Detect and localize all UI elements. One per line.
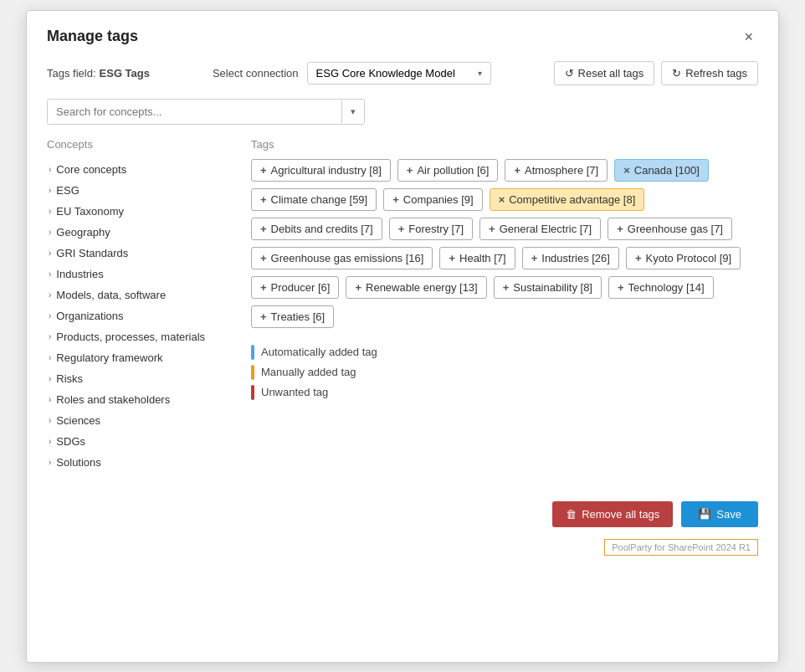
legend-unwanted-label: Unwanted tag — [261, 386, 328, 398]
concept-item-regulatory[interactable]: › Regulatory framework — [47, 347, 231, 368]
plus-icon: + — [617, 223, 623, 235]
search-row: ▾ — [47, 99, 758, 125]
concept-label: Industries — [56, 268, 103, 280]
concept-item-models[interactable]: › Models, data, software — [47, 285, 231, 305]
tag-label: Health [7] — [459, 252, 506, 264]
tags-panel: Tags + Agricultural industry [8] + Air p… — [251, 138, 758, 473]
chevron-right-icon: › — [49, 165, 51, 174]
concept-label: Sciences — [56, 414, 100, 427]
plus-icon: + — [514, 164, 520, 177]
tag-label: Forestry [7] — [408, 223, 464, 235]
legend-bar-blue — [251, 345, 254, 360]
remove-all-tags-label: Remove all tags — [582, 508, 659, 521]
plus-icon: + — [407, 164, 413, 177]
tag-producer[interactable]: + Producer [6] — [251, 276, 339, 299]
tag-label: General Electric [7] — [500, 223, 592, 235]
concept-label: Solutions — [56, 456, 100, 469]
chevron-right-icon: › — [49, 311, 51, 321]
concept-item-organizations[interactable]: › Organizations — [47, 305, 231, 326]
plus-icon: + — [503, 281, 510, 294]
chevron-right-icon: › — [49, 395, 51, 404]
plus-icon: + — [260, 164, 267, 177]
tag-general-electric[interactable]: + General Electric [7] — [479, 218, 601, 240]
remove-all-tags-button[interactable]: 🗑 Remove all tags — [552, 501, 673, 527]
concept-item-core-concepts[interactable]: › Core concepts — [47, 159, 231, 180]
tag-renewable-energy[interactable]: + Renewable energy [13] — [346, 276, 486, 299]
tag-climate-change[interactable]: + Climate change [59] — [251, 188, 377, 211]
concept-item-eu-taxonomy[interactable]: › EU Taxonomy — [47, 201, 231, 222]
save-button[interactable]: 💾 Save — [681, 501, 758, 527]
concept-item-risks[interactable]: › Risks — [47, 368, 231, 389]
concept-label: Organizations — [56, 310, 123, 322]
search-chevron[interactable]: ▾ — [341, 100, 364, 123]
concept-item-roles[interactable]: › Roles and stakeholders — [47, 389, 231, 410]
reset-icon: ↺ — [565, 67, 574, 80]
legend-auto: Automatically added tag — [251, 345, 758, 360]
trash-icon: 🗑 — [566, 508, 577, 521]
connection-chevron: ▾ — [478, 69, 482, 78]
chevron-right-icon: › — [49, 249, 51, 258]
tags-grid: + Agricultural industry [8] + Air pollut… — [251, 159, 758, 328]
tag-label: Agricultural industry [8] — [271, 164, 382, 177]
top-bar: Tags field:ESG Tags Select connection ES… — [47, 61, 758, 85]
tag-greenhouse-gas-emissions[interactable]: + Greenhouse gas emissions [16] — [251, 247, 433, 269]
tag-treaties[interactable]: + Treaties [6] — [251, 305, 334, 328]
tag-label: Producer [6] — [271, 281, 331, 294]
tag-air-pollution[interactable]: + Air pollution [6] — [397, 159, 499, 182]
manage-tags-modal: Manage tags × Tags field:ESG Tags Select… — [26, 10, 779, 663]
x-icon: × — [499, 193, 505, 206]
close-button[interactable]: × — [739, 28, 758, 46]
concept-label: SDGs — [56, 435, 85, 448]
legend-bar-red — [251, 385, 254, 400]
plus-icon: + — [449, 252, 455, 264]
concepts-panel: Concepts › Core concepts › ESG › EU Taxo… — [47, 138, 231, 473]
concept-label: Roles and stakeholders — [56, 393, 170, 406]
concept-item-geography[interactable]: › Geography — [47, 222, 231, 243]
tag-health[interactable]: + Health [7] — [439, 247, 515, 269]
tag-technology[interactable]: + Technology [14] — [608, 276, 714, 299]
chevron-right-icon: › — [49, 374, 51, 383]
connection-label: Select connection — [213, 67, 299, 80]
branding-label: PoolParty for SharePoint 2024 R1 — [604, 539, 758, 556]
plus-icon: + — [260, 223, 267, 235]
footer-buttons: 🗑 Remove all tags 💾 Save — [47, 493, 758, 527]
refresh-tags-button[interactable]: ↻ Refresh tags — [661, 61, 758, 85]
tag-canada[interactable]: × Canada [100] — [614, 159, 709, 182]
tag-atmosphere[interactable]: + Atmosphere [7] — [505, 159, 608, 182]
concepts-list: › Core concepts › ESG › EU Taxonomy › Ge… — [47, 159, 231, 473]
concept-item-sdgs[interactable]: › SDGs — [47, 431, 231, 452]
tag-competitive-advantage[interactable]: × Competitive advantage [8] — [490, 188, 645, 211]
concept-item-products[interactable]: › Products, processes, materials — [47, 326, 231, 347]
tag-sustainability[interactable]: + Sustainability [8] — [494, 276, 602, 299]
tags-field-label: Tags field:ESG Tags — [47, 67, 150, 80]
tag-greenhouse-gas[interactable]: + Greenhouse gas [7] — [608, 218, 732, 240]
reset-all-tags-button[interactable]: ↺ Reset all tags — [554, 61, 655, 85]
tag-kyoto-protocol[interactable]: + Kyoto Protocol [9] — [626, 247, 741, 269]
action-buttons: ↺ Reset all tags ↻ Refresh tags — [554, 61, 758, 85]
tag-forestry[interactable]: + Forestry [7] — [389, 218, 473, 240]
x-icon: × — [623, 164, 630, 177]
concept-item-esg[interactable]: › ESG — [47, 180, 231, 201]
tag-label: Greenhouse gas [7] — [628, 223, 723, 235]
tag-agricultural-industry[interactable]: + Agricultural industry [8] — [251, 159, 391, 182]
connection-select[interactable]: ESG Core Knowledge Model ▾ — [307, 62, 491, 85]
main-content: Concepts › Core concepts › ESG › EU Taxo… — [47, 138, 758, 473]
save-label: Save — [716, 508, 741, 521]
legend-manual: Manually added tag — [251, 365, 758, 380]
chevron-right-icon: › — [49, 290, 51, 300]
chevron-right-icon: › — [49, 437, 51, 446]
tag-label: Kyoto Protocol [9] — [646, 252, 732, 264]
concept-item-solutions[interactable]: › Solutions — [47, 452, 231, 473]
tag-debits-credits[interactable]: + Debits and credits [7] — [251, 218, 382, 240]
concept-label: GRI Standards — [56, 247, 128, 259]
tag-label: Air pollution [6] — [417, 164, 489, 177]
concept-item-industries[interactable]: › Industries — [47, 264, 231, 285]
tag-companies[interactable]: + Companies [9] — [383, 188, 482, 211]
concept-item-sciences[interactable]: › Sciences — [47, 410, 231, 431]
tag-label: Greenhouse gas emissions [16] — [271, 252, 424, 264]
search-input[interactable] — [48, 100, 341, 124]
save-icon: 💾 — [698, 508, 711, 521]
concept-item-gri-standards[interactable]: › GRI Standards — [47, 243, 231, 264]
tag-industries[interactable]: + Industries [26] — [522, 247, 619, 269]
plus-icon: + — [260, 252, 267, 264]
